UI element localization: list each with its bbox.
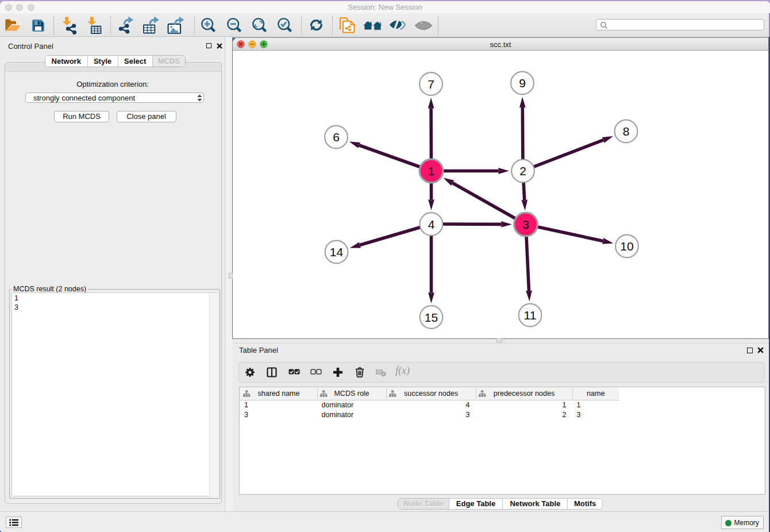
svg-text:3: 3 <box>522 218 529 231</box>
svg-text:14: 14 <box>330 245 344 259</box>
svg-text:9: 9 <box>519 76 526 90</box>
svg-text:6: 6 <box>333 130 340 144</box>
svg-text:2: 2 <box>519 164 526 178</box>
svg-text:15: 15 <box>425 310 438 323</box>
svg-text:7: 7 <box>428 77 434 90</box>
svg-text:4: 4 <box>428 217 435 230</box>
svg-text:8: 8 <box>623 125 630 138</box>
svg-text:1: 1 <box>428 164 435 178</box>
svg-text:11: 11 <box>524 309 537 322</box>
svg-text:10: 10 <box>620 240 633 253</box>
